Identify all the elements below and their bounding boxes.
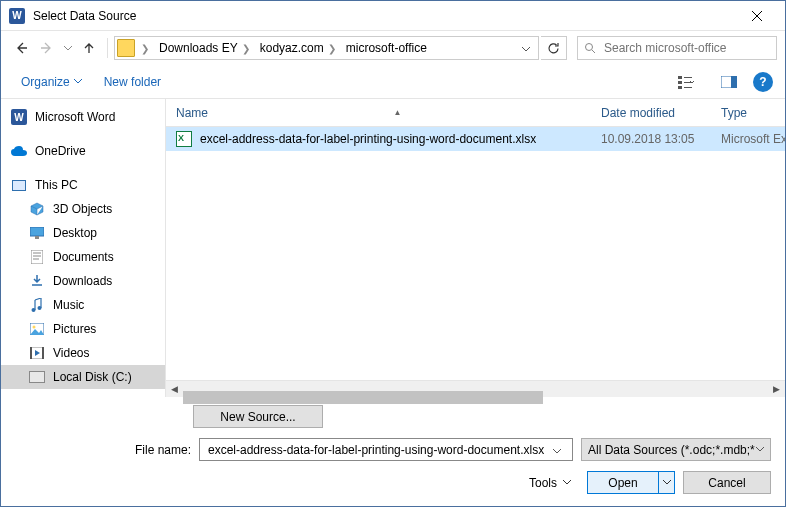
scroll-right-button[interactable]: ▶ [768,381,785,397]
drive-icon [29,369,45,385]
chevron-right-icon: ❯ [242,43,250,54]
search-input[interactable] [602,40,770,56]
crumb-prev[interactable]: ❯ [137,37,153,59]
word-app-icon: W [9,8,25,24]
arrow-right-icon [40,41,54,55]
nav-tree[interactable]: WMicrosoft Word OneDrive This PC 3D Obje… [1,99,166,397]
pictures-icon [29,321,45,337]
svg-point-0 [586,44,593,51]
svg-point-9 [32,308,36,312]
preview-pane-button[interactable] [711,70,747,94]
column-headers: Name▲ Date modified Type [166,99,785,127]
preview-icon [721,76,737,88]
filename-input[interactable] [206,442,548,458]
chevron-down-icon [522,47,530,52]
file-type-filter[interactable]: All Data Sources (*.odc;*.mdb;* [581,438,771,461]
nav-microsoft-word[interactable]: WMicrosoft Word [1,105,165,129]
videos-icon [29,345,45,361]
svg-rect-2 [678,81,682,84]
svg-rect-14 [30,347,32,359]
svg-rect-5 [731,76,737,88]
nav-local-disk-c[interactable]: Local Disk (C:) [1,365,165,389]
folder-icon [117,39,135,57]
nav-music[interactable]: Music [1,293,165,317]
col-name[interactable]: Name▲ [166,99,591,126]
pc-icon [11,177,27,193]
scroll-left-button[interactable]: ◀ [166,381,183,397]
body: WMicrosoft Word OneDrive This PC 3D Obje… [1,99,785,397]
col-type[interactable]: Type [711,99,781,126]
new-source-button[interactable]: New Source... [193,405,323,428]
crumb-microsoft-office[interactable]: microsoft-office [342,37,431,59]
separator [107,38,108,58]
nav-3d-objects[interactable]: 3D Objects [1,197,165,221]
file-area: Name▲ Date modified Type excel-address-d… [166,99,785,397]
crumb-kodyaz[interactable]: kodyaz.com❯ [256,37,340,59]
view-options-button[interactable] [669,70,705,94]
svg-rect-3 [678,86,682,89]
command-bar: Organize New folder ? [1,65,785,99]
bottom-panel: New Source... File name: All Data Source… [1,397,785,506]
chevron-down-icon [663,480,671,485]
download-icon [29,273,45,289]
search-icon [584,42,596,54]
chevron-down-icon [74,79,82,84]
nav-downloads[interactable]: Downloads [1,269,165,293]
chevron-down-icon [756,447,764,452]
recent-locations-button[interactable] [61,36,75,60]
nav-this-pc[interactable]: This PC [1,173,165,197]
arrow-up-icon [82,41,96,55]
titlebar: W Select Data Source [1,1,785,31]
search-box[interactable] [577,36,777,60]
file-name: excel-address-data-for-label-printing-us… [200,132,536,146]
up-button[interactable] [77,36,101,60]
organize-button[interactable]: Organize [13,71,90,93]
chevron-down-icon [553,449,561,454]
refresh-button[interactable] [541,36,567,60]
nav-videos[interactable]: Videos [1,341,165,365]
horizontal-scrollbar[interactable]: ◀ ▶ [166,380,785,397]
forward-button[interactable] [35,36,59,60]
chevron-down-icon [563,480,571,485]
back-button[interactable] [9,36,33,60]
nav-bar: ❯ Downloads EY❯ kodyaz.com❯ microsoft-of… [1,31,785,65]
cancel-button[interactable]: Cancel [683,471,771,494]
address-bar[interactable]: ❯ Downloads EY❯ kodyaz.com❯ microsoft-of… [114,36,539,60]
nav-desktop[interactable]: Desktop [1,221,165,245]
view-icon [678,75,696,89]
close-button[interactable] [737,1,777,31]
music-icon [29,297,45,313]
help-button[interactable]: ? [753,72,773,92]
address-dropdown[interactable] [516,41,536,55]
filename-label: File name: [123,443,191,457]
open-split-button[interactable] [658,472,674,493]
new-folder-button[interactable]: New folder [96,71,169,93]
nav-onedrive[interactable]: OneDrive [1,139,165,163]
open-button[interactable]: Open [587,471,675,494]
select-data-source-dialog: W Select Data Source ❯ Downloads EY❯ kod… [0,0,786,507]
file-row[interactable]: excel-address-data-for-label-printing-us… [166,127,785,151]
svg-point-12 [33,326,36,329]
crumb-downloads-ey[interactable]: Downloads EY❯ [155,37,254,59]
tools-button[interactable]: Tools [521,472,579,494]
file-list[interactable]: excel-address-data-for-label-printing-us… [166,127,785,380]
chevron-right-icon: ❯ [328,43,336,54]
chevron-down-icon [64,46,72,51]
svg-rect-6 [30,227,44,236]
refresh-icon [547,42,560,55]
filename-dropdown[interactable] [548,443,566,457]
window-title: Select Data Source [33,9,737,23]
scroll-thumb[interactable] [183,391,543,404]
nav-pictures[interactable]: Pictures [1,317,165,341]
cube-icon [29,201,45,217]
col-date[interactable]: Date modified [591,99,711,126]
svg-rect-15 [42,347,44,359]
nav-documents[interactable]: Documents [1,245,165,269]
close-icon [752,11,762,21]
svg-rect-8 [31,250,43,264]
excel-file-icon [176,131,192,147]
arrow-left-icon [14,41,28,55]
svg-point-10 [38,306,42,310]
filename-combo[interactable] [199,438,573,461]
svg-rect-7 [35,236,39,239]
